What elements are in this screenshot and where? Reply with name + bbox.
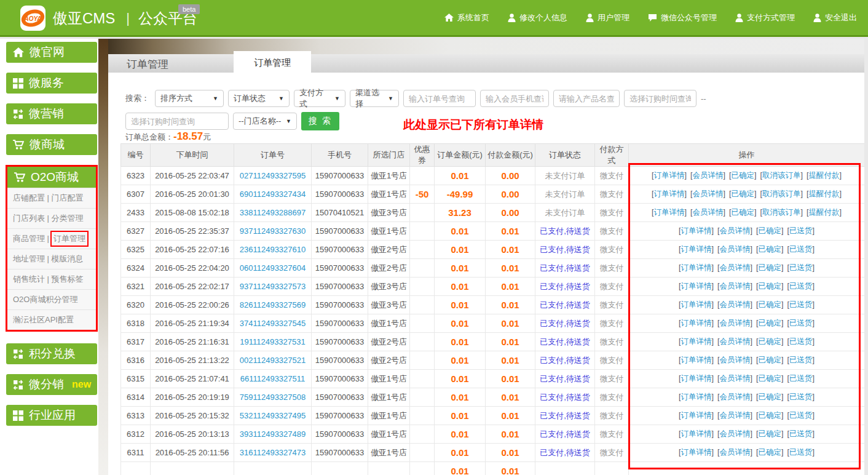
order-action-link[interactable]: 订单详情 [681,245,712,253]
order-action-link[interactable]: 订单详情 [654,190,685,198]
nav-edit-profile[interactable]: 修改个人信息 [508,12,567,23]
order-action-link[interactable]: 会员详情 [720,282,751,290]
order-action-link[interactable]: 取消该订单 [762,171,801,180]
order-action-link[interactable]: 已送货 [789,411,813,420]
order-action-link[interactable]: 已送货 [789,319,813,327]
order-action-link[interactable]: 会员详情 [720,374,751,383]
submenu-hanyun-community-api[interactable]: 瀚沄社区API配置 [7,309,96,330]
order-number-link[interactable]: 661112493327511 [240,374,306,383]
member-phone-search-input[interactable] [480,90,549,107]
submenu-store-list[interactable]: 门店列表 | 分类管理 [7,208,96,228]
order-action-link[interactable]: 已确定 [758,337,781,346]
order-action-link[interactable]: 已确定 [758,448,781,457]
order-action-link[interactable]: 提醒付款 [808,171,839,180]
nav-payment-method-management[interactable]: 支付方式管理 [735,12,795,23]
order-action-link[interactable]: 会员详情 [720,429,751,438]
order-number-link[interactable]: 060112493327604 [240,263,306,273]
order-number-search-input[interactable] [403,90,476,107]
order-action-link[interactable]: 订单详情 [681,356,712,364]
submenu-sales-statistics[interactable]: 销售统计 | 预售标签 [7,269,96,289]
submenu-address-management[interactable]: 地址管理 | 模版消息 [7,249,96,269]
order-action-link[interactable]: 会员详情 [693,208,724,217]
sidebar-item-micro-marketing[interactable]: 微营销 [6,103,97,124]
order-action-link[interactable]: 已送货 [789,226,813,235]
order-number-link[interactable]: 759112493327508 [240,393,306,402]
order-action-link[interactable]: 会员详情 [720,300,751,309]
sidebar-item-micro-site[interactable]: 微官网 [6,42,97,63]
order-action-link[interactable]: 订单详情 [681,226,712,235]
order-number-link[interactable]: 532112493327495 [240,411,306,420]
order-action-link[interactable]: 已确定 [758,319,781,327]
order-action-link[interactable]: 已确定 [758,282,781,290]
nav-safe-logout[interactable]: 安全退出 [813,12,857,23]
order-action-link[interactable]: 取消该订单 [762,208,801,217]
order-number-link[interactable]: 236112493327610 [240,245,306,254]
order-action-link[interactable]: 已确定 [758,300,781,309]
sidebar-item-points-exchange[interactable]: 积分兑换 [6,343,97,364]
order-action-link[interactable]: 已送货 [789,356,813,364]
order-action-link[interactable]: 订单详情 [681,411,712,420]
order-action-link[interactable]: 订单详情 [681,374,712,383]
order-management-red-annotation-box[interactable]: 订单管理 [50,231,89,247]
order-action-link[interactable]: 订单详情 [681,263,712,272]
order-action-link[interactable]: 会员详情 [720,337,751,346]
order-action-link[interactable]: 已确定 [758,429,781,438]
order-action-link[interactable]: 订单详情 [681,337,712,346]
order-number-link[interactable]: 826112493327569 [240,300,306,309]
order-action-link[interactable]: 会员详情 [720,393,751,401]
order-number-link[interactable]: 937112493327573 [240,282,306,291]
order-number-link[interactable]: 338112493288697 [240,208,306,217]
order-action-link[interactable]: 已确定 [732,171,755,180]
order-action-link[interactable]: 已确定 [732,208,755,217]
submenu-shop-config[interactable]: 店铺配置 | 门店配置 [7,188,96,208]
order-action-link[interactable]: 会员详情 [720,263,751,272]
order-action-link[interactable]: 已确定 [758,411,781,420]
sidebar-item-micro-mall[interactable]: 微商城 [6,134,97,155]
pay-method-select[interactable]: 支付方式▼ [294,90,345,107]
nav-wechat-account-management[interactable]: 微信公众号管理 [648,12,717,23]
order-number-link[interactable]: 374112493327545 [240,319,306,328]
sidebar-item-industry-apps[interactable]: 行业应用 [6,405,97,426]
order-date-to-input[interactable] [125,113,229,130]
order-action-link[interactable]: 已送货 [789,245,813,253]
store-name-select[interactable]: --门店名称--▼ [233,113,297,130]
order-action-link[interactable]: 已确定 [758,245,781,253]
order-action-link[interactable]: 提醒付款 [808,208,839,217]
order-action-link[interactable]: 会员详情 [720,356,751,364]
sidebar-item-o2o-mall[interactable]: O2O商城 [7,167,96,188]
order-action-link[interactable]: 已送货 [789,282,813,290]
order-action-link[interactable]: 已确定 [758,393,781,401]
tab-order-management[interactable]: 订单管理 [234,51,311,73]
product-name-search-input[interactable] [553,90,620,107]
order-action-link[interactable]: 会员详情 [720,411,751,420]
order-action-link[interactable]: 订单详情 [681,300,712,309]
order-action-link[interactable]: 订单详情 [654,171,685,180]
order-number-link[interactable]: 690112493327434 [240,190,306,199]
channel-select[interactable]: 渠道选择▼ [350,90,399,107]
order-action-link[interactable]: 已确定 [758,356,781,364]
order-action-link[interactable]: 会员详情 [720,245,751,253]
order-number-link[interactable]: 937112493327630 [240,226,306,236]
order-action-link[interactable]: 已确定 [732,190,755,198]
order-action-link[interactable]: 已送货 [789,263,813,272]
search-button[interactable]: 搜 索 [301,112,339,130]
order-action-link[interactable]: 会员详情 [720,226,751,235]
submenu-goods-and-order-management[interactable]: 商品管理 | 订单管理 [7,228,96,249]
order-action-link[interactable]: 已送货 [789,429,813,438]
order-action-link[interactable]: 取消该订单 [762,190,801,198]
order-action-link[interactable]: 订单详情 [681,282,712,290]
order-action-link[interactable]: 已送货 [789,448,813,457]
order-number-link[interactable]: 393112493327489 [240,429,306,439]
order-action-link[interactable]: 会员详情 [720,319,751,327]
order-action-link[interactable]: 已确定 [758,374,781,383]
order-action-link[interactable]: 已送货 [789,337,813,346]
order-action-link[interactable]: 已送货 [789,393,813,401]
order-status-select[interactable]: 订单状态▼ [228,90,290,107]
nav-system-home[interactable]: 系统首页 [444,12,489,23]
order-action-link[interactable]: 会员详情 [693,190,724,198]
order-action-link[interactable]: 已确定 [758,263,781,272]
order-action-link[interactable]: 订单详情 [681,393,712,401]
order-action-link[interactable]: 已送货 [789,300,813,309]
sidebar-item-micro-distribution[interactable]: 微分销 new [6,374,97,395]
sort-order-select[interactable]: 排序方式▼ [155,90,224,107]
